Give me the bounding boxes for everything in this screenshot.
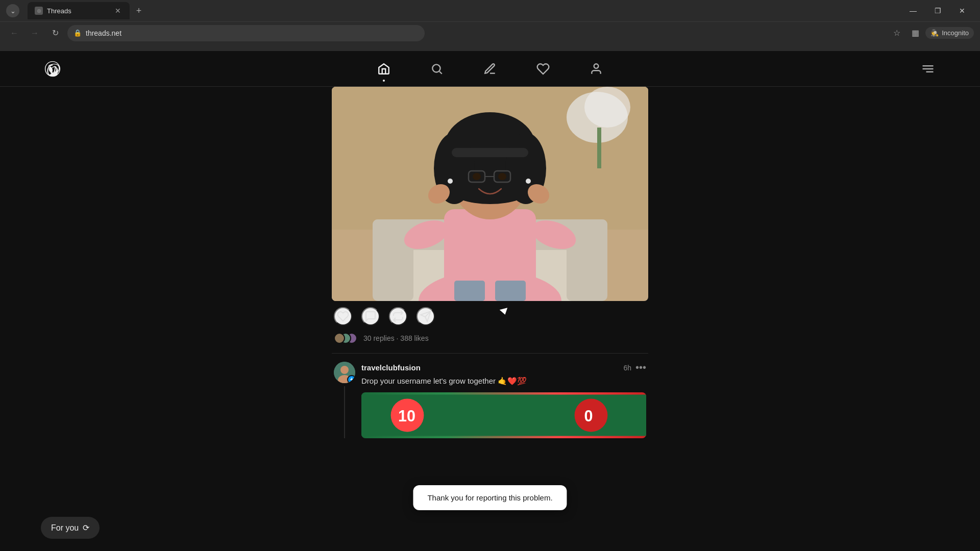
browser-controls: ⌄ — [6, 4, 19, 17]
maximize-button[interactable]: ❐ — [926, 1, 949, 20]
sidebar-icon: ▦ — [912, 28, 919, 38]
lock-icon: 🔒 — [74, 29, 82, 37]
minimize-icon: — — [910, 7, 917, 15]
for-you-button[interactable]: For you ⟳ — [41, 517, 100, 539]
browser-chrome: ⌄ ⊗ Threads ✕ + — ❐ ✕ — [0, 0, 980, 51]
svg-text:@: @ — [46, 60, 61, 77]
svg-rect-10 — [597, 128, 601, 168]
tab-close-btn[interactable]: ✕ — [113, 6, 122, 15]
share-icon — [420, 310, 432, 322]
svg-point-29 — [473, 173, 481, 180]
svg-rect-36 — [495, 281, 526, 301]
svg-point-40 — [340, 366, 349, 374]
repost-icon — [392, 310, 404, 322]
reply-avatar-1 — [334, 333, 345, 344]
post-time-area: 6h ••• — [623, 362, 646, 373]
incognito-label: Incognito — [942, 29, 969, 37]
like-icon — [337, 310, 349, 322]
back-button[interactable]: ← — [6, 25, 22, 41]
feed-container[interactable]: 30 replies · 388 likes + — [0, 87, 980, 551]
comment-icon — [364, 310, 377, 322]
svg-point-30 — [498, 173, 506, 180]
svg-point-33 — [448, 179, 453, 184]
new-tab-icon: + — [136, 6, 142, 16]
person-icon — [590, 62, 603, 76]
threads-logo[interactable]: @ — [41, 57, 64, 81]
reply-avatars — [334, 332, 359, 345]
post-area: 30 replies · 388 likes + — [332, 87, 648, 446]
browser-toolbar: ← → ↻ 🔒 threads.net ☆ ▦ 🕵️ Incognito — [0, 21, 980, 44]
svg-text:10: 10 — [398, 407, 415, 424]
close-icon: ✕ — [959, 7, 965, 15]
preview-image: 10 0 — [361, 392, 646, 438]
post-image-svg — [332, 87, 648, 301]
post-image — [332, 87, 648, 301]
bookmark-icon: ☆ — [893, 28, 900, 38]
toast-message: Thank you for reporting this problem. — [427, 493, 552, 502]
post-stats: 30 replies · 388 likes — [363, 334, 429, 342]
svg-point-1 — [432, 64, 440, 72]
post-header-travelclub: travelclubfusion 6h ••• — [361, 362, 646, 373]
maximize-icon: ❐ — [935, 7, 941, 15]
preview-svg: 10 0 — [361, 392, 646, 438]
threads-at-icon: @ — [43, 60, 62, 78]
nav-profile[interactable] — [585, 58, 607, 80]
top-nav: @ — [0, 51, 980, 87]
heart-icon — [536, 62, 550, 76]
svg-rect-14 — [567, 219, 607, 301]
post-text: Drop your username let's grow together 🤙… — [361, 375, 646, 387]
post-body-travelclub: travelclubfusion 6h ••• Drop your userna… — [361, 362, 646, 438]
post-avatar-travelclub: + — [334, 362, 355, 383]
like-button[interactable] — [334, 307, 352, 325]
incognito-badge: 🕵️ Incognito — [925, 27, 974, 39]
page-content: @ — [0, 51, 980, 551]
nav-menu[interactable] — [917, 58, 939, 80]
post-item-travelclub: + travelclubfusion 6h ••• Drop your user… — [332, 353, 648, 446]
nav-compose[interactable] — [479, 58, 501, 80]
svg-point-24 — [449, 173, 531, 204]
share-button[interactable] — [416, 307, 435, 325]
post-username[interactable]: travelclubfusion — [361, 363, 421, 372]
reload-button[interactable]: ↻ — [47, 25, 63, 41]
browser-profile-button[interactable]: ▦ — [907, 25, 923, 41]
home-icon — [377, 62, 390, 76]
tab-bar: ⊗ Threads ✕ + — [23, 1, 150, 20]
svg-rect-13 — [373, 219, 413, 301]
svg-text:0: 0 — [584, 407, 593, 424]
active-tab[interactable]: ⊗ Threads ✕ — [28, 2, 130, 19]
new-tab-button[interactable]: + — [132, 4, 146, 18]
nav-icons — [373, 58, 607, 80]
for-you-icon: ⟳ — [83, 523, 89, 533]
nav-search[interactable] — [426, 58, 448, 80]
toast-notification: Thank you for reporting this problem. — [413, 485, 567, 510]
toolbar-actions: ☆ ▦ 🕵️ Incognito — [889, 25, 974, 41]
tab-favicon: ⊗ — [35, 7, 43, 15]
svg-rect-25 — [452, 148, 528, 157]
post-time: 6h — [623, 364, 631, 372]
nav-home[interactable] — [373, 58, 395, 80]
forward-icon: → — [31, 29, 39, 38]
minimize-button[interactable]: — — [901, 1, 925, 20]
menu-icon — [921, 62, 935, 76]
expand-btn[interactable]: ⌄ — [6, 4, 19, 17]
post-meta: 30 replies · 388 likes — [332, 330, 648, 353]
forward-button[interactable]: → — [27, 25, 43, 41]
repost-button[interactable] — [389, 307, 407, 325]
window-controls: — ❐ ✕ — [901, 1, 974, 20]
tab-title: Threads — [47, 7, 109, 15]
address-text: threads.net — [86, 29, 121, 37]
comment-button[interactable] — [361, 307, 380, 325]
svg-point-2 — [594, 64, 599, 68]
svg-point-9 — [584, 87, 630, 128]
incognito-icon: 🕵️ — [930, 29, 939, 37]
post-image-container — [332, 87, 648, 301]
search-icon — [430, 62, 444, 76]
back-icon: ← — [10, 29, 18, 38]
post-more-button[interactable]: ••• — [635, 362, 646, 373]
svg-point-34 — [526, 179, 531, 184]
close-button[interactable]: ✕ — [950, 1, 974, 20]
bookmark-button[interactable]: ☆ — [889, 25, 905, 41]
compose-icon — [483, 62, 497, 76]
address-bar[interactable]: 🔒 threads.net — [67, 25, 425, 41]
nav-activity[interactable] — [532, 58, 554, 80]
